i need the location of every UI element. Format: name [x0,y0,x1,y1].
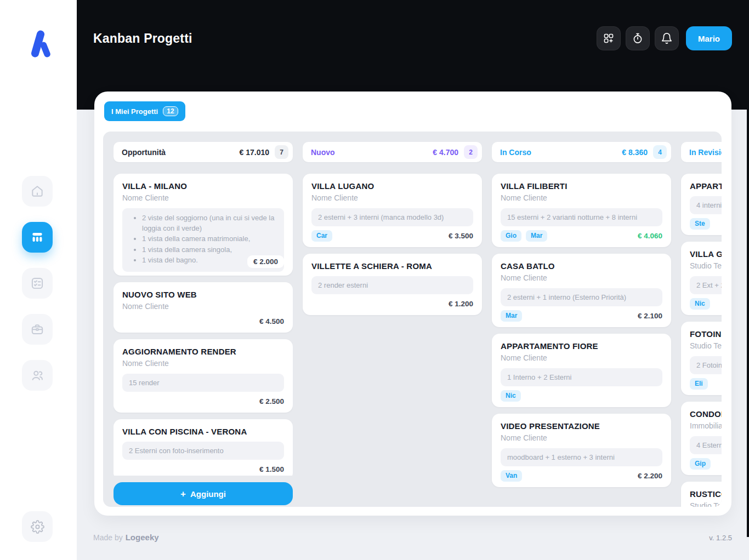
user-button[interactable]: Mario [686,26,732,50]
card-tag: Car [311,230,332,242]
kanban-card[interactable]: APPARTAME4 interniSte [681,174,722,235]
column-title: Opportunità [122,148,166,157]
card-client: Immobiliar [690,421,722,431]
stopwatch-icon [632,32,644,44]
timer-button[interactable] [626,26,650,50]
card-description-box: moodboard + 1 esterno + 3 interni [501,448,662,466]
card-price: € 1.500 [259,465,284,473]
card-footer: € 1.500 [122,464,284,475]
kanban-card[interactable]: CASA BATLONome Cliente2 esterni + 1 inte… [492,254,671,327]
plus-icon: + [180,489,186,499]
kanban-card[interactable]: APPARTAMENTO FIORENome Cliente1 Interno … [492,334,671,407]
kanban-card[interactable]: RUSTICOStudio Tec3 EsterniGip [681,482,722,507]
card-footer: Car€ 3.500 [311,230,473,242]
column-amount: € 4.700 [433,148,458,157]
notifications-button[interactable] [655,26,679,50]
card-title: VILLA CON PISCINA - VERONA [122,425,284,437]
column-count-badge: 2 [464,145,478,159]
sidebar-item-settings[interactable] [22,511,53,542]
column-title: In Corso [500,148,531,157]
card-footer: € 2.500 [122,396,284,407]
card-client: Studio Tec [690,261,722,271]
card-footer: Ste [690,218,722,230]
made-by-brand-link[interactable]: Logeeky [126,533,159,542]
card-client: Nome Cliente [501,193,662,203]
column-title: In Revisione [689,148,722,157]
add-widget-button[interactable] [597,26,621,50]
card-footer: € 4.500 [122,316,284,327]
bell-icon [661,32,673,44]
card-footer: Gip [690,458,722,470]
card-client: Studio Tec [690,501,722,507]
kanban-card[interactable]: FOTOINSERStudio Tec2 FotoinseEli [681,322,722,395]
kanban-column-in-revisione: In RevisioneAPPARTAME4 interniSteVILLA G… [681,142,722,507]
card-title: VILLA FILIBERTI [501,179,662,191]
card-client: Nome Cliente [501,433,662,443]
kanban-card[interactable]: VILLA FILIBERTINome Cliente15 esterni + … [492,174,671,247]
card-client: Nome Cliente [122,193,284,203]
card-footer: Eli [690,378,722,390]
column-count-badge: 4 [653,145,667,159]
sidebar-nav [22,176,53,391]
column-amount: € 8.360 [622,148,648,157]
kanban-card[interactable]: VIDEO PRESENTAZIONENome Clientemoodboard… [492,414,671,487]
card-client: Nome Cliente [122,301,284,312]
kanban-card[interactable]: VILLA G STStudio Tec2 Ext + 2 INic [681,242,722,315]
card-title: VILLA LUGANO [311,179,473,191]
column-title: Nuovo [311,148,335,157]
sidebar [0,0,77,560]
users-icon [30,368,44,382]
card-title: VILLA - MILANO [122,179,284,191]
card-price: € 4.500 [259,317,284,325]
card-description-box: 2 Esterni con foto-inserimento [122,442,284,460]
card-footer: Van€ 2.200 [501,470,662,482]
page-title: Kanban Progetti [93,31,192,46]
card-title: CONDOMIN [690,407,722,419]
card-footer: € 2.000 [122,255,284,268]
card-title: APPARTAME [690,179,722,191]
sidebar-item-tasks[interactable] [22,268,53,299]
card-price: € 2.200 [638,472,662,480]
kanban-card[interactable]: AGGIORNAMENTO RENDERNome Cliente15 rende… [114,339,293,413]
card-title: VILLETTE A SCHIERA - ROMA [311,259,473,271]
card-description-box: 2 Fotoinse [690,356,722,374]
made-by-label: Made by [93,533,123,542]
column-card-list: VILLA LUGANONome Cliente2 esterni + 3 in… [303,174,482,322]
kanban-card[interactable]: VILLA LUGANONome Cliente2 esterni + 3 in… [303,174,482,247]
sidebar-item-team[interactable] [22,360,53,391]
sidebar-item-work[interactable] [22,314,53,345]
card-footer: Mar€ 2.100 [501,310,662,322]
tab-row: I Miei Progetti 12 [94,92,731,121]
right-edge-strip [747,0,749,537]
add-card-button[interactable]: +Aggiungi [114,482,293,505]
briefcase-icon [30,322,44,336]
tab-label: I Miei Progetti [111,107,158,116]
topbar-actions: Mario [597,26,732,50]
card-description-box: 15 esterni + 2 varianti notturne + 8 int… [501,208,662,226]
column-card-list: APPARTAME4 interniSteVILLA G STStudio Te… [681,174,722,507]
kanban-card[interactable]: NUOVO SITO WEBNome Cliente€ 4.500 [114,282,293,333]
sidebar-item-kanban[interactable] [22,222,53,253]
kanban-card[interactable]: VILLA - MILANONome Cliente2 viste del so… [114,174,293,276]
grid-plus-icon [603,32,615,44]
card-title: VILLA G ST [690,247,722,259]
card-tag: Gio [501,230,521,242]
card-title: NUOVO SITO WEB [122,288,284,300]
sidebar-item-home[interactable] [22,176,53,207]
column-header-in-corso: In Corso€ 8.3604 [492,142,671,162]
board-columns: Opportunità€ 17.0107VILLA - MILANONome C… [103,132,722,507]
card-price: € 2.000 [247,255,284,268]
kanban-card[interactable]: VILLETTE A SCHIERA - ROMA2 render estern… [303,254,482,315]
card-footer: € 1.200 [311,298,473,310]
tab-my-projects[interactable]: I Miei Progetti 12 [104,101,185,121]
card-tag: Eli [690,378,708,390]
column-header-opportunita: Opportunità€ 17.0107 [114,142,293,162]
card-tag: Mar [501,310,522,322]
card-title: CASA BATLO [501,259,662,271]
kanban-card[interactable]: CONDOMINImmobiliar4 EsterniGip [681,402,722,475]
card-tag: Nic [690,298,710,310]
card-description-box: 2 esterni + 3 interni (manca modello 3d) [311,208,473,226]
card-price: € 3.500 [449,232,473,240]
kanban-card[interactable]: VILLA CON PISCINA - VERONA2 Esterni con … [114,419,293,476]
card-tag: Nic [501,390,521,402]
